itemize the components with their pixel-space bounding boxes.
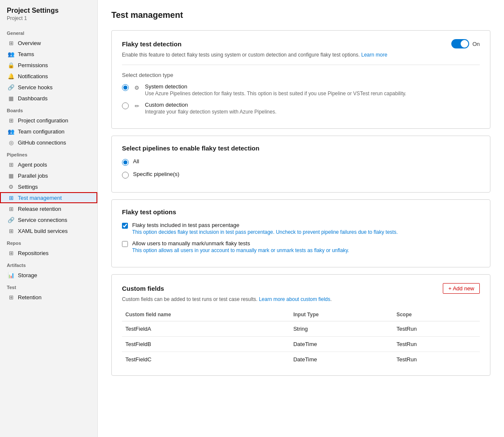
sidebar-item-agent-pools[interactable]: ⊞Agent pools: [0, 159, 97, 170]
cell-scope-0: TestRun: [393, 321, 480, 337]
overview-icon: ⊞: [8, 40, 14, 46]
repositories-icon: ⊞: [8, 250, 14, 256]
team-configuration-icon: 👥: [8, 128, 14, 135]
teams-icon: 👥: [8, 51, 14, 57]
sidebar-label-test-management: Test management: [18, 195, 62, 201]
sidebar-label-agent-pools: Agent pools: [18, 162, 47, 168]
toggle-on-label: On: [473, 41, 480, 47]
system-detection-label: System detection: [145, 83, 406, 90]
sidebar-item-service-connections[interactable]: 🔗Service connections: [0, 214, 97, 225]
col-input-type: Input Type: [290, 309, 393, 321]
specific-pipelines-radio[interactable]: [122, 172, 129, 179]
sidebar-item-storage[interactable]: 📊Storage: [0, 270, 97, 281]
flaky-detection-desc: Enable this feature to detect flaky test…: [122, 52, 480, 58]
sidebar-item-team-configuration[interactable]: 👥Team configuration: [0, 126, 97, 137]
flaky-detection-title: Flaky test detection: [122, 40, 181, 48]
manual-mark-checkbox[interactable]: [122, 241, 128, 247]
col-field-name: Custom field name: [122, 309, 290, 321]
flaky-detection-toggle[interactable]: [451, 39, 469, 48]
learn-more-link[interactable]: Learn more: [361, 52, 387, 58]
sidebar-item-project-configuration[interactable]: ⊞Project configuration: [0, 115, 97, 126]
add-new-button[interactable]: + Add new: [443, 283, 480, 294]
system-icon: ⚙: [133, 84, 141, 91]
included-checkbox-desc: This option decides flaky test inclusion…: [132, 229, 398, 235]
permissions-icon: 🔒: [8, 62, 14, 68]
storage-icon: 📊: [8, 272, 14, 278]
cell-scope-1: TestRun: [393, 337, 480, 352]
system-detection-desc: Use Azure Pipelines detection for flaky …: [145, 91, 406, 96]
sidebar-label-xaml-build-services: XAML build services: [18, 228, 68, 234]
all-pipelines-radio[interactable]: [122, 159, 129, 166]
select-pipelines-card: Select pipelines to enable flaky test de…: [111, 136, 490, 193]
sidebar-item-service-hooks[interactable]: 🔗Service hooks: [0, 82, 97, 93]
table-row-2: TestFieldCDateTimeTestRun: [122, 352, 480, 367]
flaky-options-title: Flaky test options: [122, 208, 480, 216]
sidebar-label-dashboards: Dashboards: [18, 95, 48, 102]
sidebar-item-release-retention[interactable]: ⊞Release retention: [0, 203, 97, 214]
sidebar-item-repositories[interactable]: ⊞Repositories: [0, 247, 97, 258]
github-connections-icon: ◎: [8, 139, 14, 146]
sidebar-section-repos: Repos: [0, 236, 97, 247]
manual-mark-label: Allow users to manually mark/unmark flak…: [132, 240, 349, 247]
select-pipelines-title: Select pipelines to enable flaky test de…: [122, 145, 480, 152]
sidebar-label-service-connections: Service connections: [18, 217, 67, 223]
sidebar-item-notifications[interactable]: 🔔Notifications: [0, 71, 97, 82]
agent-pools-icon: ⊞: [8, 161, 14, 168]
sidebar-label-team-configuration: Team configuration: [18, 128, 65, 135]
app-title: Project Settings: [0, 7, 97, 15]
retention-icon: ⊞: [8, 294, 14, 301]
flaky-detection-card: Flaky test detection On Enable this feat…: [111, 30, 490, 129]
custom-fields-header: Custom fields + Add new: [122, 283, 480, 294]
sidebar-label-github-connections: GitHub connections: [18, 139, 66, 146]
sidebar-item-test-management[interactable]: ⊞Test management: [0, 192, 97, 203]
included-checkbox[interactable]: [122, 223, 128, 229]
custom-detection-option: ✏ Custom detection Integrate your flaky …: [122, 102, 480, 115]
sidebar-section-boards: Boards: [0, 104, 97, 115]
cell-input_type-2: DateTime: [290, 352, 393, 367]
table-row-0: TestFieldAStringTestRun: [122, 321, 480, 337]
sidebar-item-parallel-jobs[interactable]: ▦Parallel jobs: [0, 170, 97, 181]
sidebar-label-release-retention: Release retention: [18, 206, 61, 212]
specific-pipelines-label: Specific pipeline(s): [133, 171, 179, 177]
table-row-1: TestFieldBDateTimeTestRun: [122, 337, 480, 352]
flaky-options-card: Flaky test options Flaky tests included …: [111, 199, 490, 267]
custom-fields-learn-more[interactable]: Learn more about custom fields: [259, 296, 330, 302]
sidebar-item-permissions[interactable]: 🔒Permissions: [0, 60, 97, 71]
manual-mark-desc: This option allows all users in your acc…: [132, 247, 349, 253]
all-pipelines-label: All: [133, 158, 139, 165]
specific-pipelines-option: Specific pipeline(s): [122, 171, 480, 179]
sidebar-item-settings[interactable]: ⚙Settings: [0, 181, 97, 192]
cell-input_type-1: DateTime: [290, 337, 393, 352]
sidebar-label-retention: Retention: [18, 294, 42, 301]
custom-detection-radio[interactable]: [122, 102, 129, 109]
service-connections-icon: 🔗: [8, 216, 14, 223]
sidebar-label-notifications: Notifications: [18, 73, 48, 79]
sidebar-item-dashboards[interactable]: ▦Dashboards: [0, 93, 97, 104]
cell-name-0: TestFieldA: [122, 321, 290, 337]
custom-detection-label: Custom detection: [145, 102, 277, 108]
custom-fields-title: Custom fields: [122, 285, 164, 292]
sidebar-section-artifacts: Artifacts: [0, 258, 97, 270]
custom-fields-table: Custom field name Input Type Scope TestF…: [122, 309, 480, 367]
toggle-container: On: [451, 39, 480, 48]
sidebar-label-project-configuration: Project configuration: [18, 117, 68, 124]
sidebar-label-overview: Overview: [18, 40, 41, 46]
sidebar-label-settings: Settings: [18, 184, 38, 190]
sidebar-item-teams[interactable]: 👥Teams: [0, 48, 97, 60]
sidebar-item-xaml-build-services[interactable]: ⊞XAML build services: [0, 225, 97, 236]
sidebar-item-overview[interactable]: ⊞Overview: [0, 37, 97, 48]
parallel-jobs-icon: ▦: [8, 172, 14, 179]
notifications-icon: 🔔: [8, 73, 14, 79]
sidebar-item-retention[interactable]: ⊞Retention: [0, 292, 97, 303]
sidebar-label-storage: Storage: [18, 272, 37, 278]
test-management-icon: ⊞: [8, 194, 14, 201]
sidebar-label-parallel-jobs: Parallel jobs: [18, 173, 48, 179]
system-detection-option: ⚙ System detection Use Azure Pipelines d…: [122, 83, 480, 96]
sidebar-label-permissions: Permissions: [18, 62, 48, 68]
custom-fields-card: Custom fields + Add new Custom fields ca…: [111, 274, 490, 376]
system-detection-radio[interactable]: [122, 84, 129, 91]
custom-icon: ✏: [133, 102, 141, 110]
sidebar-item-github-connections[interactable]: ◎GitHub connections: [0, 137, 97, 148]
sidebar: Project Settings Project 1 General⊞Overv…: [0, 0, 98, 437]
cell-scope-2: TestRun: [393, 352, 480, 367]
